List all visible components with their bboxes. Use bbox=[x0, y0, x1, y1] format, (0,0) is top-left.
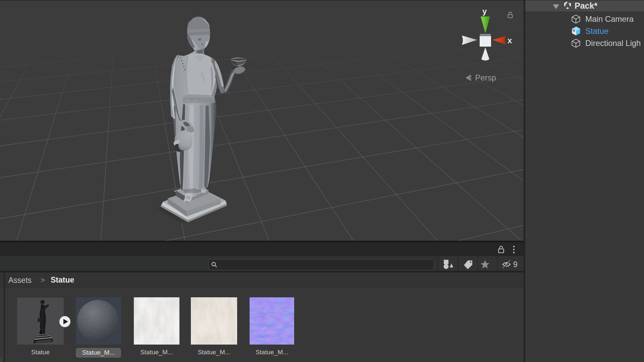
svg-text:y: y bbox=[482, 7, 487, 16]
svg-text:x: x bbox=[507, 36, 512, 45]
svg-text:9: 9 bbox=[513, 260, 518, 269]
